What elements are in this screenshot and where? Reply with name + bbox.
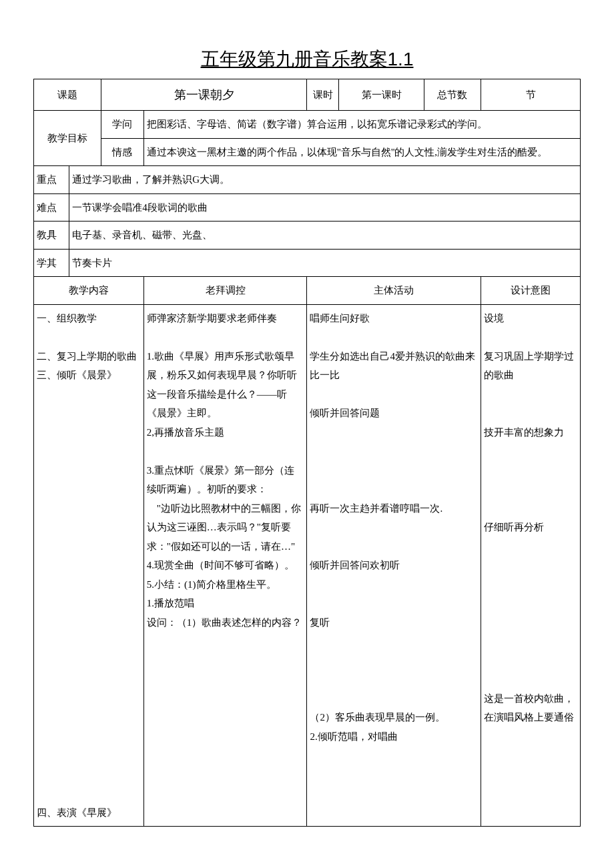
learn-label: 学其: [34, 249, 69, 277]
keypoint-label: 重点: [34, 166, 69, 194]
tools-value: 电子基、录音机、磁带、光盘、: [69, 222, 581, 250]
topic-value: 第一课朝夕: [101, 79, 307, 111]
topic-label: 课题: [34, 79, 101, 111]
col-content: 教学内容: [34, 277, 144, 305]
difficulty-value: 一节课学会唱准4段歌词的歌曲: [69, 193, 581, 222]
total-value: 节: [481, 79, 581, 111]
body-teacher: 师弹家济新学期要求老师伴奏 1.歌曲《早展》用声乐形式歌颂早展，粉乐又如何表现早…: [143, 304, 307, 827]
total-label: 总节数: [424, 79, 481, 111]
difficulty-label: 难点: [34, 193, 69, 222]
emotion-label: 情感: [101, 138, 144, 166]
body-intent: 设境 复习巩固上学期学过的歌曲 技开丰富的想象力 仔细听再分析 这是一首校内欹曲…: [481, 304, 581, 827]
body-content: 一、组织教学 二、复习上学期的歌曲 三、倾听《晨景》 四、表演《早展》: [34, 304, 144, 827]
col-intent: 设计意图: [481, 277, 581, 305]
emotion-value: 通过本谀这一黑材主邀的两个作品，以体现"音乐与自然''的人文性,湔发学生对生活的…: [143, 138, 580, 166]
page-title: 五年级第九册音乐教案1.1: [33, 47, 581, 72]
keypoint-value: 通过学习歌曲，了解并熟识G大调。: [69, 166, 581, 194]
col-teacher: 老拜调控: [143, 277, 307, 305]
learn-value: 节奏卡片: [69, 249, 581, 277]
period-value: 第一课时: [339, 79, 424, 111]
body-activity: 唱师生问好歌 学生分如选出自己4爱并熟识的欹曲来比一比 倾听并回答问题 再听一次…: [307, 304, 481, 827]
period-label: 课时: [307, 79, 339, 111]
lesson-plan-table: 课题 第一课朝夕 课时 第一课时 总节数 节 教学目标 学问 把图彩话、字母诰、…: [33, 79, 581, 827]
col-activity: 主体活动: [307, 277, 481, 305]
goals-label: 教学目标: [34, 111, 101, 166]
knowledge-label: 学问: [101, 111, 144, 139]
knowledge-value: 把图彩话、字母诰、简诺（数字谱）算合运用，以拓宽乐谱记录彩式的学问。: [143, 111, 580, 139]
tools-label: 教具: [34, 222, 69, 250]
